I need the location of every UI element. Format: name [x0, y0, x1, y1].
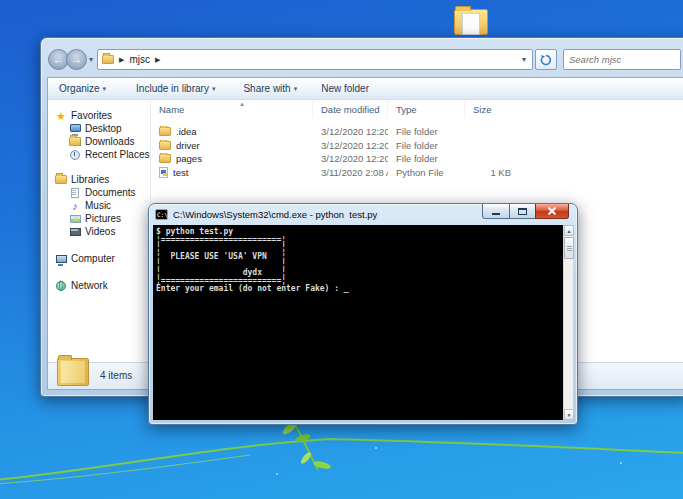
console-scrollbar[interactable]: ▲ ▼ — [563, 225, 573, 420]
scroll-down-icon: ▼ — [567, 412, 572, 418]
file-row-idea[interactable]: .idea 3/12/2020 12:20 PM File folder — [151, 125, 683, 139]
sidebar-group-network[interactable]: Network — [48, 279, 150, 292]
file-name: .idea — [176, 126, 197, 137]
selected-folder-icon — [57, 358, 89, 386]
minimize-icon — [492, 213, 500, 215]
navigation-pane: ★ Favorites Desktop Downloads Recent Pla… — [48, 101, 151, 362]
cmd-icon — [155, 209, 168, 220]
file-name: test — [173, 167, 188, 178]
forward-icon: → — [71, 52, 83, 66]
refresh-button[interactable] — [535, 49, 557, 70]
network-label: Network — [71, 280, 108, 291]
file-date: 3/12/2020 12:20 PM — [313, 153, 388, 164]
recent-places-label: Recent Places — [85, 149, 149, 160]
breadcrumb-arrow-icon[interactable]: ▶ — [155, 56, 160, 64]
desktop-label: Desktop — [85, 123, 122, 134]
computer-icon — [56, 255, 67, 263]
file-date: 3/11/2020 2:08 AM — [313, 167, 388, 178]
file-name: driver — [176, 140, 200, 151]
file-row-test[interactable]: test 3/11/2020 2:08 AM Python File 1 KB — [151, 166, 683, 180]
monitor-icon — [70, 124, 81, 132]
sidebar-item-pictures[interactable]: Pictures — [48, 212, 150, 225]
cmd-window-title: C:\Windows\System32\cmd.exe - python tes… — [173, 209, 377, 220]
address-dropdown-icon[interactable]: ▾ — [522, 55, 526, 64]
column-header-type[interactable]: Type — [388, 101, 465, 118]
pictures-label: Pictures — [85, 213, 121, 224]
include-in-library-label: Include in library — [136, 83, 209, 94]
libraries-icon — [55, 175, 67, 184]
file-type: Python File — [388, 167, 465, 178]
sidebar-item-downloads[interactable]: Downloads — [48, 135, 150, 148]
libraries-label: Libraries — [71, 174, 109, 185]
sort-ascending-icon: ▲ — [239, 101, 245, 107]
star-icon: ★ — [55, 110, 67, 122]
organize-button[interactable]: Organize ▾ — [59, 83, 106, 94]
network-globe-icon — [56, 281, 66, 291]
sidebar-item-recent-places[interactable]: Recent Places — [48, 148, 150, 161]
scrollbar-thumb[interactable] — [564, 237, 574, 259]
minimize-button[interactable] — [482, 204, 510, 219]
column-header-name[interactable]: Name — [151, 101, 313, 118]
chevron-down-icon: ▾ — [103, 85, 107, 93]
folder-icon — [159, 154, 171, 163]
forward-button[interactable]: → — [66, 49, 87, 70]
wallpaper-branch-decoration — [0, 418, 683, 499]
scroll-up-button[interactable]: ▲ — [564, 225, 574, 236]
folder-icon — [159, 127, 171, 136]
desktop-folder-shortcut[interactable] — [452, 5, 490, 39]
file-type: File folder — [388, 126, 465, 137]
console-text: $ python test.py ¦======================… — [153, 225, 563, 294]
folder-icon — [102, 55, 114, 64]
column-headers: Name Date modified Type Size ▲ — [151, 101, 683, 118]
sidebar-item-documents[interactable]: Documents — [48, 186, 150, 199]
picture-icon — [70, 215, 81, 223]
new-folder-button[interactable]: New folder — [321, 83, 369, 94]
chevron-down-icon: ▾ — [294, 85, 298, 93]
search-box[interactable] — [563, 49, 681, 70]
wallpaper-sparkle — [276, 473, 278, 475]
breadcrumb-arrow-icon: ▶ — [119, 56, 124, 64]
sidebar-item-videos[interactable]: Videos — [48, 225, 150, 238]
folder-icon — [454, 9, 488, 35]
scroll-up-icon: ▲ — [567, 228, 572, 234]
videos-label: Videos — [85, 226, 115, 237]
documents-label: Documents — [85, 187, 136, 198]
python-file-icon — [159, 167, 168, 178]
file-type: File folder — [388, 140, 465, 151]
recent-pages-dropdown[interactable]: ▾ — [89, 55, 93, 64]
sidebar-group-computer[interactable]: Computer — [48, 252, 150, 265]
sidebar-group-libraries[interactable]: Libraries — [48, 173, 150, 186]
sidebar-item-desktop[interactable]: Desktop — [48, 122, 150, 135]
refresh-icon — [540, 54, 552, 66]
search-input[interactable] — [569, 54, 675, 65]
maximize-button[interactable] — [509, 204, 536, 219]
maximize-icon — [518, 208, 527, 215]
file-row-pages[interactable]: pages 3/12/2020 12:20 PM File folder — [151, 152, 683, 166]
file-date: 3/12/2020 12:20 PM — [313, 126, 388, 137]
sidebar-item-music[interactable]: ♪ Music — [48, 199, 150, 212]
share-with-label: Share with — [243, 83, 290, 94]
close-button[interactable] — [535, 204, 569, 219]
chevron-down-icon: ▾ — [212, 85, 216, 93]
file-row-driver[interactable]: driver 3/12/2020 12:20 PM File folder — [151, 139, 683, 153]
column-header-date-modified[interactable]: Date modified — [313, 101, 388, 118]
cmd-window[interactable]: C:\Windows\System32\cmd.exe - python tes… — [148, 203, 578, 425]
column-header-size[interactable]: Size — [465, 101, 537, 118]
scroll-down-button[interactable]: ▼ — [564, 409, 574, 420]
file-size: 1 KB — [465, 167, 537, 178]
wallpaper-sparkle — [375, 447, 377, 449]
include-in-library-button[interactable]: Include in library ▾ — [136, 83, 215, 94]
address-bar[interactable]: ▶ mjsc ▶ ▾ — [97, 49, 533, 70]
downloads-icon — [69, 137, 81, 146]
breadcrumb-segment-mjsc[interactable]: mjsc — [129, 54, 150, 65]
items-count: 4 items — [100, 370, 132, 381]
console-output[interactable]: $ python test.py ¦======================… — [153, 225, 563, 420]
new-folder-label: New folder — [321, 83, 369, 94]
close-icon — [547, 206, 557, 216]
sidebar-group-favorites[interactable]: ★ Favorites — [48, 109, 150, 122]
organize-label: Organize — [59, 83, 100, 94]
back-icon: ← — [53, 52, 65, 66]
share-with-button[interactable]: Share with ▾ — [243, 83, 297, 94]
computer-label: Computer — [71, 253, 115, 264]
folder-icon — [159, 141, 171, 150]
